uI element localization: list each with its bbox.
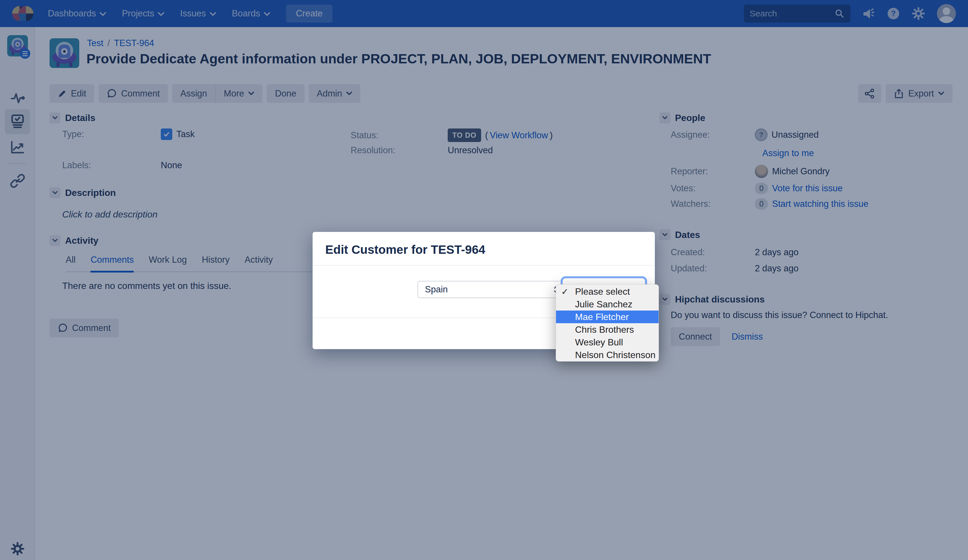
menu-option-wesley-bull[interactable]: Wesley Bull <box>556 336 658 349</box>
modal-header-divider <box>313 265 655 266</box>
menu-option-nelson-christenson[interactable]: Nelson Christenson <box>556 349 658 361</box>
modal-title: Edit Customer for TEST-964 <box>325 243 485 257</box>
menu-option-chris-brothers[interactable]: Chris Brothers <box>556 323 658 336</box>
country-select[interactable]: Spain <box>418 281 565 298</box>
menu-option-please-select[interactable]: ✓ Please select <box>556 285 658 298</box>
menu-option-mae-fletcher[interactable]: Mae Fletcher <box>556 310 658 323</box>
menu-option-julie-sanchez[interactable]: Julie Sanchez <box>556 298 658 310</box>
check-icon: ✓ <box>561 287 569 297</box>
customer-dropdown-menu: ✓ Please select Julie Sanchez Mae Fletch… <box>556 284 659 361</box>
country-select-value: Spain <box>425 284 448 295</box>
jira-issue-page: Dashboards Projects Issues Boards Create <box>0 0 968 560</box>
